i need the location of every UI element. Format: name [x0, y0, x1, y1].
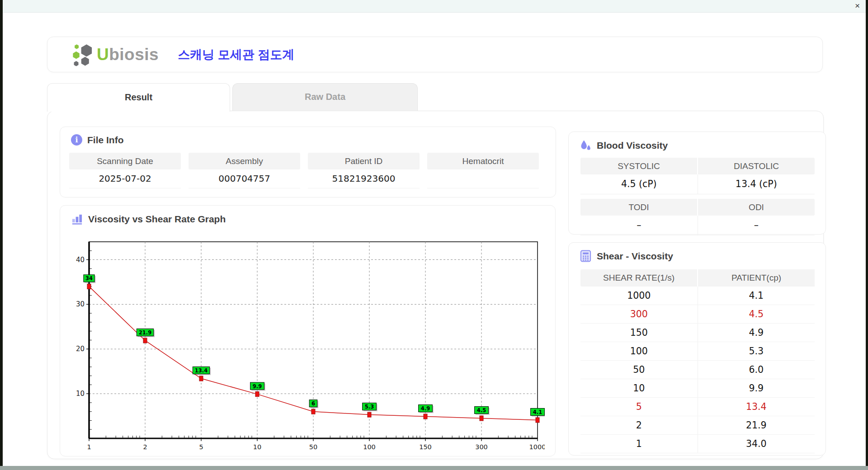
table-header-row: SYSTOLIC DIASTOLIC: [580, 158, 815, 174]
svg-text:150: 150: [419, 443, 432, 451]
svg-text:4.1: 4.1: [533, 409, 542, 415]
table-row: 1000 4.1: [580, 287, 815, 305]
droplets-icon: [580, 139, 592, 151]
table-row: 10 9.9: [580, 379, 815, 398]
svg-text:1000: 1000: [529, 443, 545, 451]
section-heading: Shear - Viscosity: [597, 251, 673, 262]
svg-text:10: 10: [253, 443, 261, 451]
svg-text:30: 30: [76, 300, 85, 308]
field-label: Assembly: [189, 153, 300, 169]
patient-value-cell: 13.4: [698, 398, 815, 416]
shear-rate-cell: 50: [580, 361, 698, 379]
hexagon-logo-icon: [70, 42, 94, 67]
value-cell: –: [698, 216, 815, 235]
shear-rate-cell: 100: [580, 342, 698, 361]
svg-text:40: 40: [76, 256, 85, 264]
patient-value-cell: 4.1: [698, 287, 815, 305]
svg-text:4.9: 4.9: [421, 405, 430, 412]
desktop: { "window": {"close_glyph": "×"}, "heade…: [0, 0, 868, 470]
patient-value-cell: 21.9: [698, 416, 815, 435]
tab-raw-data[interactable]: Raw Data: [232, 83, 418, 111]
column-header-shear-rate: SHEAR RATE(1/s): [580, 269, 698, 287]
table-row: 300 4.5: [580, 305, 815, 324]
app-window: × Ubiosis 스캐닝 모세관 점도계 Result Raw Data i …: [3, 0, 866, 466]
patient-value-cell: 9.9: [698, 379, 815, 398]
column-header: ODI: [698, 199, 815, 216]
svg-text:2: 2: [143, 443, 147, 451]
section-heading: Blood Viscosity: [597, 140, 668, 151]
shear-rate-cell: 150: [580, 324, 698, 342]
file-info-field: Scanning Date 2025-07-02: [69, 153, 181, 188]
svg-text:5.3: 5.3: [365, 404, 374, 410]
table-row: 100 5.3: [580, 342, 815, 361]
close-icon[interactable]: ×: [855, 1, 860, 11]
viscosity-chart: 10203040125105010015030010003421.913.49.…: [73, 237, 545, 453]
ubiosis-logo: Ubiosis: [70, 42, 159, 67]
svg-text:9.9: 9.9: [253, 383, 262, 390]
field-value: 000704757: [189, 169, 300, 188]
info-icon: i: [71, 134, 82, 146]
shear-viscosity-title: Shear - Viscosity: [580, 250, 826, 262]
blood-viscosity-table: SYSTOLIC DIASTOLIC 4.5 (cP) 13.4 (cP): [580, 158, 815, 194]
value-cell: –: [580, 216, 698, 235]
table-header-row: TODI ODI: [580, 199, 815, 216]
table-row: 1 34.0: [580, 435, 815, 453]
field-value: [427, 169, 539, 188]
svg-text:6: 6: [311, 400, 315, 407]
blood-viscosity-tables: SYSTOLIC DIASTOLIC 4.5 (cP) 13.4 (cP) TO…: [580, 158, 815, 235]
page-title: 스캐닝 모세관 점도계: [178, 47, 294, 63]
calculator-icon: [580, 250, 592, 262]
file-info-field: Patient ID 51821923600: [308, 153, 420, 188]
svg-text:300: 300: [475, 443, 488, 451]
file-info-card: i File Info Scanning Date 2025-07-02 Ass…: [60, 127, 556, 197]
svg-text:20: 20: [76, 345, 85, 353]
svg-text:50: 50: [309, 443, 317, 451]
column-header: SYSTOLIC: [580, 158, 698, 174]
file-info-field: Assembly 000704757: [189, 153, 300, 188]
field-value: 51821923600: [308, 169, 420, 188]
blood-viscosity-table: TODI ODI – –: [580, 199, 815, 235]
file-info-fields: Scanning Date 2025-07-02 Assembly 000704…: [69, 153, 556, 188]
patient-value-cell: 34.0: [698, 435, 815, 453]
svg-text:1: 1: [87, 443, 91, 451]
column-header: TODI: [580, 199, 698, 216]
window-bottom-edge: [0, 466, 868, 470]
bar-chart-icon: [71, 213, 83, 225]
svg-text:13.4: 13.4: [195, 367, 208, 374]
field-label: Scanning Date: [69, 153, 181, 169]
patient-value-cell: 4.9: [698, 324, 815, 342]
table-header-row: SHEAR RATE(1/s) PATIENT(cp): [580, 269, 815, 287]
patient-value-cell: 6.0: [698, 361, 815, 379]
patient-value-cell: 5.3: [698, 342, 815, 361]
value-cell: 4.5 (cP): [580, 174, 698, 194]
column-header-patient: PATIENT(cp): [698, 269, 815, 287]
field-value: 2025-07-02: [69, 169, 181, 188]
brand-name: Ubiosis: [97, 45, 159, 64]
table-value-row: – –: [580, 216, 815, 235]
svg-text:100: 100: [363, 443, 376, 451]
file-info-field: Hematocrit: [427, 153, 539, 188]
table-body: 1000 4.1 300 4.5 150 4.9 100 5.3 50 6.0 …: [580, 287, 815, 453]
shear-rate-cell: 2: [580, 416, 698, 435]
shear-rate-cell: 5: [580, 398, 698, 416]
titlebar: ×: [3, 0, 866, 13]
shear-rate-cell: 1: [580, 435, 698, 453]
graph-title: Viscosity vs Shear Rate Graph: [71, 213, 555, 225]
blood-viscosity-title: Blood Viscosity: [580, 139, 826, 151]
column-header: DIASTOLIC: [698, 158, 815, 174]
svg-text:10: 10: [76, 390, 85, 398]
table-row: 2 21.9: [580, 416, 815, 435]
shear-viscosity-card: Shear - Viscosity SHEAR RATE(1/s) PATIEN…: [568, 242, 826, 456]
section-heading: Viscosity vs Shear Rate Graph: [88, 214, 226, 225]
tab-result[interactable]: Result: [47, 83, 230, 112]
header-card: Ubiosis 스캐닝 모세관 점도계: [47, 37, 823, 72]
table-value-row: 4.5 (cP) 13.4 (cP): [580, 174, 815, 194]
file-info-title: i File Info: [71, 134, 556, 146]
shear-viscosity-table: SHEAR RATE(1/s) PATIENT(cp) 1000 4.1 300…: [580, 269, 815, 453]
tab-bar: Result Raw Data: [47, 83, 418, 112]
svg-text:34: 34: [85, 275, 93, 282]
table-row: 50 6.0: [580, 361, 815, 379]
value-cell: 13.4 (cP): [698, 174, 815, 194]
table-row: 150 4.9: [580, 324, 815, 342]
svg-text:5: 5: [199, 443, 203, 451]
